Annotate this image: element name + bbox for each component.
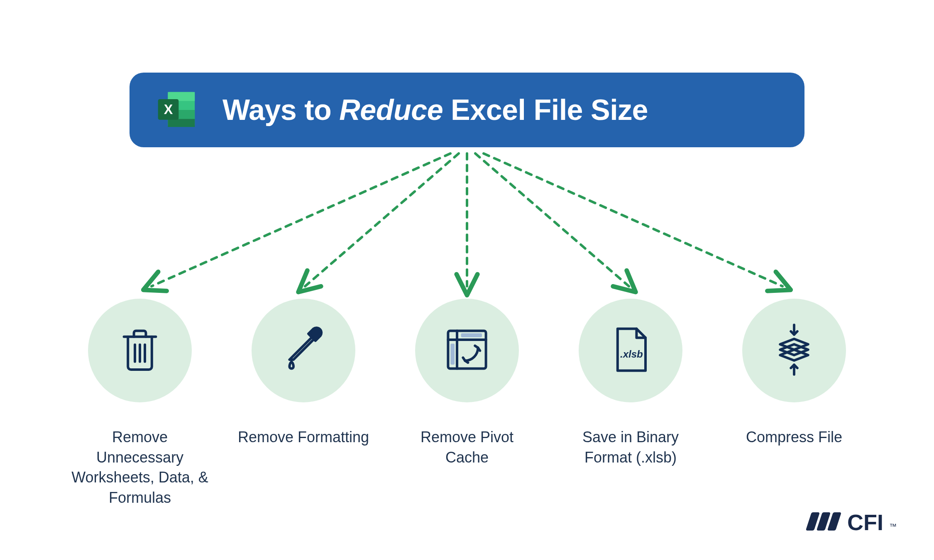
items-row: Remove Unnecessary Worksheets, Data, & F… bbox=[0, 299, 934, 508]
item-circle bbox=[88, 299, 192, 402]
connector-arrows bbox=[0, 147, 934, 313]
title-prefix: Ways to bbox=[222, 94, 339, 126]
item-label: Compress File bbox=[726, 427, 863, 448]
item-circle bbox=[742, 299, 846, 402]
title-suffix: Excel File Size bbox=[443, 94, 648, 126]
item-circle bbox=[252, 299, 355, 402]
diagram-stage: X Ways to Reduce Excel File Size bbox=[0, 0, 934, 560]
svg-rect-14 bbox=[461, 333, 482, 337]
item-remove-pivot-cache: Remove Pivot Cache bbox=[415, 299, 519, 508]
cfi-bars-icon bbox=[803, 510, 841, 535]
svg-line-9 bbox=[475, 153, 629, 286]
item-circle bbox=[415, 299, 519, 402]
item-label: Remove Pivot Cache bbox=[399, 427, 535, 467]
item-compress-file: Compress File bbox=[742, 299, 846, 508]
eyedropper-icon bbox=[279, 325, 328, 376]
svg-text:X: X bbox=[164, 102, 173, 117]
item-label: Remove Unnecessary Worksheets, Data, & F… bbox=[71, 427, 208, 508]
item-save-xlsb: .xlsb Save in Binary Format (.xlsb) bbox=[579, 299, 682, 508]
title-emphasis: Reduce bbox=[339, 94, 443, 126]
brand-name: CFI bbox=[847, 509, 883, 535]
item-label: Save in Binary Format (.xlsb) bbox=[562, 427, 699, 467]
item-remove-worksheets: Remove Unnecessary Worksheets, Data, & F… bbox=[88, 299, 192, 508]
svg-line-10 bbox=[484, 153, 782, 286]
file-xlsb-icon: .xlsb bbox=[606, 325, 655, 376]
svg-text:.xlsb: .xlsb bbox=[620, 348, 643, 360]
title-bar: X Ways to Reduce Excel File Size bbox=[130, 73, 804, 147]
trash-icon bbox=[115, 325, 165, 376]
svg-rect-15 bbox=[450, 344, 455, 365]
compress-icon bbox=[767, 323, 821, 378]
item-circle: .xlsb bbox=[579, 299, 682, 402]
svg-rect-3 bbox=[168, 119, 195, 127]
brand-logo: CFI ™ bbox=[803, 509, 897, 535]
diagram-title: Ways to Reduce Excel File Size bbox=[222, 93, 648, 127]
svg-line-6 bbox=[152, 153, 450, 286]
item-remove-formatting: Remove Formatting bbox=[252, 299, 355, 508]
svg-line-7 bbox=[305, 153, 459, 286]
brand-trademark: ™ bbox=[889, 522, 897, 535]
item-label: Remove Formatting bbox=[235, 427, 372, 448]
excel-icon: X bbox=[154, 88, 199, 132]
pivot-icon bbox=[442, 325, 492, 376]
